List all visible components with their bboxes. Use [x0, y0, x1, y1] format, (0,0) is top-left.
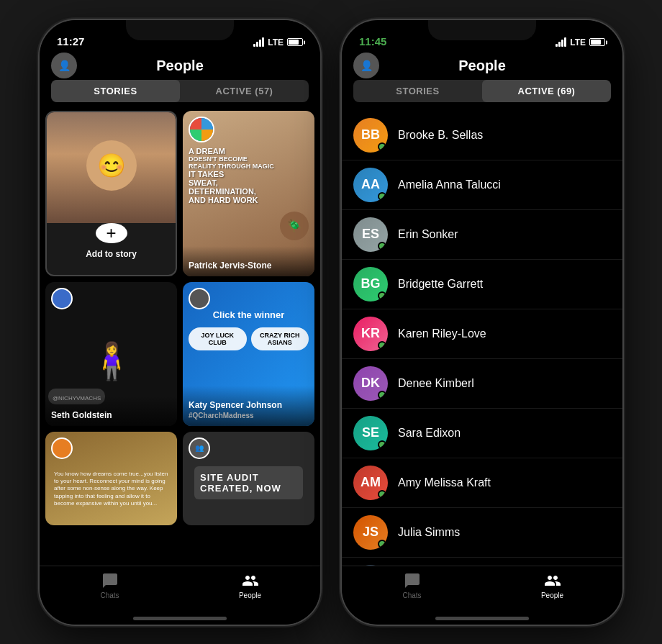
- person-avatar-3: BG: [353, 267, 388, 301]
- person-avatar-7: AM: [353, 466, 388, 500]
- person-row[interactable]: AA Amelia Anna Talucci: [342, 160, 622, 210]
- chat-icon-2: [404, 572, 421, 589]
- status-icons-1: LTE: [253, 37, 303, 47]
- signal-icon-1: [253, 38, 264, 47]
- patrick-story-card[interactable]: A DREAM DOESN'T BECOME REALITY THROUGH M…: [183, 111, 314, 276]
- click-winner-label: Click the winner: [213, 309, 285, 320]
- app-header-2: 👤 People: [342, 52, 622, 80]
- app-header-1: 👤 People: [40, 52, 320, 80]
- person-row[interactable]: BG Bridgette Garrett: [342, 260, 622, 309]
- person-row[interactable]: DK Denee Kimberl: [342, 359, 622, 409]
- winner-btn-1[interactable]: JOY LUCK CLUB: [189, 327, 247, 350]
- tab-bar-2: STORIES ACTIVE (69): [353, 80, 611, 102]
- nav-people-1[interactable]: People: [180, 572, 320, 599]
- signal-icon-2: [556, 38, 566, 47]
- nav-chats-1[interactable]: Chats: [40, 572, 180, 599]
- tab-stories-1[interactable]: STORIES: [51, 80, 180, 102]
- user-avatar-1[interactable]: 👤: [51, 53, 77, 78]
- people-icon-2: [544, 572, 561, 589]
- person-row[interactable]: KR Karen Riley-Love: [342, 309, 622, 359]
- katy-avatar: [189, 288, 210, 309]
- person-row[interactable]: AR Amanda Robinson: [342, 558, 622, 566]
- online-dot-7: [378, 490, 386, 499]
- story-grid-third: You know how dreams come true...you list…: [45, 432, 314, 525]
- katy-label: Katy Spencer Johnson #QCharchMadness: [183, 386, 314, 426]
- notch-2: [428, 20, 536, 40]
- person-avatar-8: JS: [353, 515, 388, 550]
- add-icon-1[interactable]: +: [96, 223, 127, 243]
- lte-2: LTE: [570, 37, 586, 47]
- page-title-2: People: [458, 58, 506, 74]
- online-dot-4: [378, 341, 386, 350]
- person-avatar-5: DK: [353, 366, 388, 401]
- person-avatar-0: BB: [353, 118, 388, 153]
- page-title-1: People: [156, 58, 204, 74]
- quote-text: You know how dreams come true...you list…: [54, 471, 168, 508]
- seth-label: Seth Goldstein: [45, 396, 177, 426]
- audit-avatar: 👥: [189, 437, 210, 459]
- phones-container: 11:27 LTE 👤 People: [25, 6, 637, 639]
- chats-label-2: Chats: [402, 591, 421, 599]
- chats-label-1: Chats: [100, 591, 119, 599]
- user-avatar-2[interactable]: 👤: [353, 53, 379, 78]
- quote-avatar: [51, 437, 73, 459]
- status-icons-2: LTE: [556, 37, 605, 47]
- battery-fill-1: [289, 40, 299, 45]
- nav-chats-2[interactable]: Chats: [342, 572, 482, 599]
- person-row[interactable]: SE Sara Edixon: [342, 409, 622, 458]
- chat-icon-1: [101, 572, 119, 589]
- tab-active-2[interactable]: ACTIVE (69): [482, 80, 611, 102]
- quote-story-card[interactable]: You know how dreams come true...you list…: [45, 432, 177, 525]
- story-grid-top: 😊 + Add to story: [45, 111, 314, 276]
- screen-1: 11:27 LTE 👤 People: [40, 20, 320, 625]
- winner-options: JOY LUCK CLUB CRAZY RICH ASIANS: [189, 327, 309, 350]
- online-dot-8: [378, 540, 386, 548]
- tab-stories-2[interactable]: STORIES: [353, 80, 482, 102]
- time-2: 11:45: [359, 35, 386, 47]
- online-dot-5: [378, 391, 386, 399]
- person-name-5: Denee Kimberl: [398, 377, 474, 390]
- person-name-2: Erin Sonker: [398, 228, 458, 241]
- people-label-2: People: [541, 591, 563, 599]
- online-dot-3: [378, 291, 386, 300]
- winner-btn-2[interactable]: CRAZY RICH ASIANS: [251, 327, 309, 350]
- person-row[interactable]: ES Erin Sonker: [342, 210, 622, 260]
- person-avatar-1: AA: [353, 168, 388, 202]
- person-name-8: Julia Simms: [398, 526, 460, 539]
- katy-story-card[interactable]: Click the winner JOY LUCK CLUB CRAZY RIC…: [183, 282, 314, 426]
- battery-2: [589, 38, 605, 46]
- person-name-1: Amelia Anna Talucci: [398, 178, 501, 191]
- patrick-label: Patrick Jervis-Stone: [183, 246, 314, 276]
- seth-avatar: [51, 288, 73, 309]
- lte-1: LTE: [268, 37, 284, 47]
- battery-fill-2: [591, 40, 601, 45]
- nav-people-2[interactable]: People: [482, 572, 622, 599]
- person-name-4: Karen Riley-Love: [398, 327, 486, 340]
- audit-title: SITE AUDIT CREATED, NOW: [200, 472, 297, 494]
- online-dot-0: [378, 142, 386, 151]
- online-dot-2: [378, 242, 386, 250]
- person-row[interactable]: JS Julia Simms: [342, 508, 622, 558]
- phone-2: 11:45 LTE 👤 People: [342, 20, 622, 625]
- person-name-3: Bridgette Garrett: [398, 278, 483, 291]
- site-audit-card[interactable]: 👥 SITE AUDIT CREATED, NOW: [183, 432, 314, 525]
- people-label-1: People: [239, 591, 261, 599]
- tab-active-1[interactable]: ACTIVE (57): [180, 80, 309, 102]
- person-row[interactable]: BB Brooke B. Sellas: [342, 111, 622, 160]
- bottom-nav-1: Chats People: [40, 566, 320, 614]
- seth-story-card[interactable]: 🧍‍♀️ @NICHYVMACHS Seth Goldstein: [45, 282, 177, 426]
- add-story-label: Add to story: [86, 249, 137, 266]
- person-avatar-4: KR: [353, 317, 388, 351]
- stories-content-1: 😊 + Add to story: [40, 111, 320, 566]
- people-list: BB Brooke B. Sellas AA Amelia Anna Taluc…: [342, 111, 622, 566]
- bottom-nav-2: Chats People: [342, 566, 622, 614]
- screen-2: 11:45 LTE 👤 People: [342, 20, 622, 625]
- add-story-card[interactable]: 😊 + Add to story: [45, 111, 177, 276]
- story-grid-bottom: 🧍‍♀️ @NICHYVMACHS Seth Goldstein Click t…: [45, 282, 314, 426]
- person-row[interactable]: AM Amy Melissa Kraft: [342, 458, 622, 508]
- people-icon-1: [242, 572, 259, 589]
- patrick-avatar: [189, 117, 214, 142]
- person-name-0: Brooke B. Sellas: [398, 129, 483, 142]
- time-1: 11:27: [57, 35, 84, 47]
- home-indicator-1: [133, 617, 227, 620]
